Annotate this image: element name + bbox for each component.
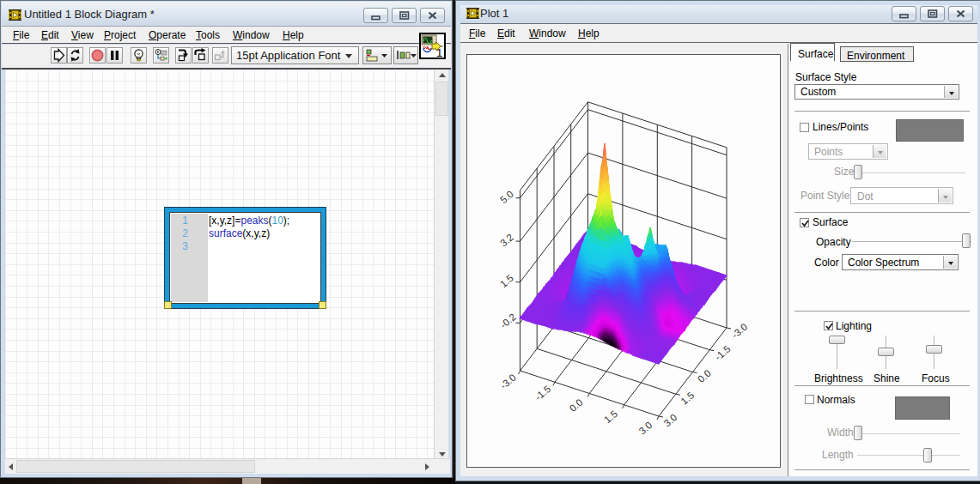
svg-text:0.0: 0.0 — [568, 397, 585, 414]
svg-text:1.5: 1.5 — [679, 390, 696, 406]
svg-text:1: 1 — [436, 46, 442, 57]
svg-text:-0.2: -0.2 — [498, 312, 518, 330]
svg-text:-3.0: -3.0 — [730, 322, 750, 341]
svg-text:-1.5: -1.5 — [713, 343, 733, 362]
svg-text:3.2: 3.2 — [498, 232, 515, 248]
svg-text:1.5: 1.5 — [498, 273, 515, 289]
svg-text:3.0: 3.0 — [662, 412, 679, 428]
svg-text:3.0: 3.0 — [637, 420, 654, 436]
svg-text:-3.0: -3.0 — [498, 372, 518, 391]
svg-text:-1.5: -1.5 — [533, 384, 552, 402]
svg-text:0.0: 0.0 — [696, 368, 713, 384]
svg-text:5.0: 5.0 — [498, 189, 515, 205]
svg-text:1.5: 1.5 — [602, 408, 619, 425]
